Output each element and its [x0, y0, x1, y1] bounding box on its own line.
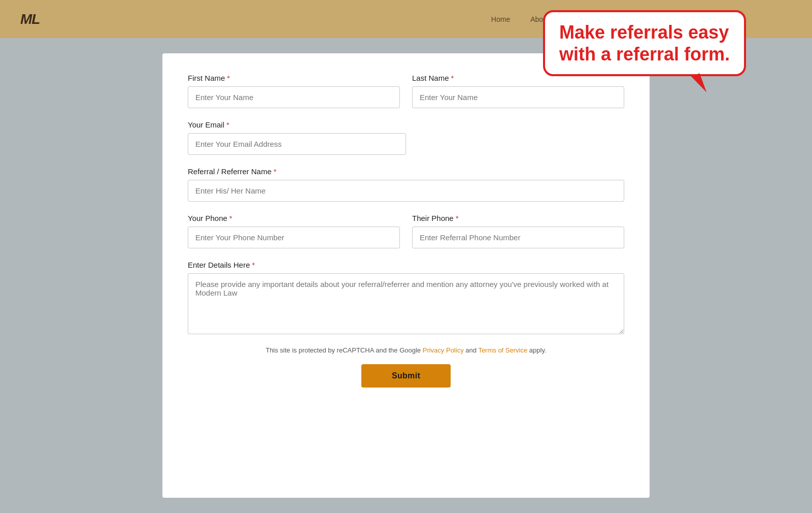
referral-name-row: Referral / Referrer Name *: [188, 167, 624, 202]
required-indicator: *: [274, 167, 277, 176]
referral-name-label: Referral / Referrer Name *: [188, 167, 624, 176]
referral-name-input[interactable]: [188, 180, 624, 202]
name-row: First Name * Last Name *: [188, 74, 624, 108]
referral-name-group: Referral / Referrer Name *: [188, 167, 624, 202]
phone-row: Your Phone * Their Phone *: [188, 214, 624, 248]
required-indicator: *: [252, 261, 255, 269]
required-indicator: *: [456, 214, 459, 222]
last-name-input[interactable]: [412, 86, 624, 108]
required-indicator: *: [451, 74, 454, 82]
required-indicator: *: [229, 214, 232, 222]
tooltip-bubble: Make referrals easy with a referral form…: [543, 10, 746, 76]
details-label: Enter Details Here *: [188, 261, 624, 269]
their-phone-group: Their Phone *: [412, 214, 624, 248]
your-phone-input[interactable]: [188, 227, 400, 248]
details-textarea[interactable]: [188, 273, 624, 334]
your-phone-label: Your Phone *: [188, 214, 400, 222]
required-indicator: *: [226, 120, 229, 129]
page-body: First Name * Last Name * Your Email *: [0, 38, 812, 513]
their-phone-label: Their Phone *: [412, 214, 624, 222]
privacy-policy-link[interactable]: Privacy Policy: [423, 346, 464, 354]
email-input[interactable]: [188, 133, 406, 155]
nav-home[interactable]: Home: [491, 15, 510, 23]
their-phone-input[interactable]: [412, 227, 624, 248]
your-phone-group: Your Phone *: [188, 214, 400, 248]
required-indicator: *: [227, 74, 230, 82]
details-row: Enter Details Here *: [188, 261, 624, 334]
first-name-input[interactable]: [188, 86, 400, 108]
submit-button[interactable]: Submit: [361, 364, 451, 388]
last-name-group: Last Name *: [412, 74, 624, 108]
form-card: First Name * Last Name * Your Email *: [162, 53, 650, 498]
email-label: Your Email *: [188, 120, 406, 129]
logo: ML: [20, 11, 40, 27]
first-name-group: First Name *: [188, 74, 400, 108]
terms-of-service-link[interactable]: Terms of Service: [478, 346, 527, 354]
tooltip-text: Make referrals easy with a referral form…: [559, 21, 730, 65]
email-group: Your Email *: [188, 120, 406, 155]
email-row: Your Email *: [188, 120, 624, 155]
details-group: Enter Details Here *: [188, 261, 624, 334]
recaptcha-notice: This site is protected by reCAPTCHA and …: [188, 346, 624, 354]
first-name-label: First Name *: [188, 74, 400, 82]
